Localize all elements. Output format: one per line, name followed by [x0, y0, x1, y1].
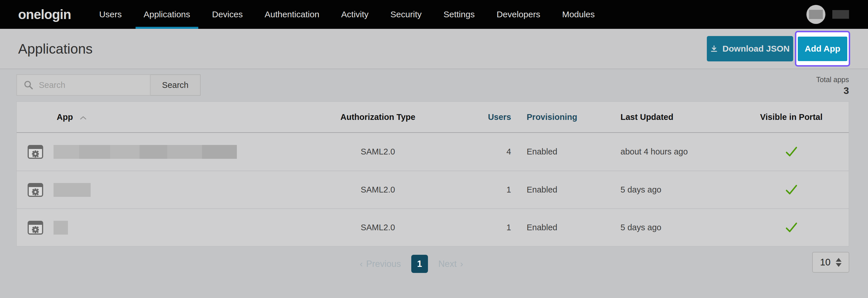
app-cell: [17, 182, 319, 198]
nav-item-settings[interactable]: Settings: [433, 0, 486, 29]
last-updated-cell: 5 days ago: [600, 185, 734, 194]
search-icon: [23, 80, 34, 90]
page-title: Applications: [18, 41, 93, 57]
onelogin-logo: onelogin: [18, 7, 71, 22]
users-count-cell: 4: [437, 147, 511, 157]
next-page-button[interactable]: Next ›: [438, 259, 463, 269]
search-input[interactable]: [39, 80, 143, 90]
generic-app-gear-icon: [27, 182, 44, 198]
user-avatar[interactable]: [806, 5, 826, 24]
total-apps-label: Total apps: [816, 76, 849, 84]
column-header-provisioning[interactable]: Provisioning: [511, 112, 600, 122]
app-name-redacted: [54, 145, 237, 159]
current-page-button[interactable]: 1: [411, 255, 428, 273]
app-cell: [17, 143, 319, 160]
column-header-users[interactable]: Users: [437, 112, 511, 122]
add-app-button[interactable]: Add App: [798, 36, 847, 61]
previous-label: Previous: [366, 259, 401, 269]
last-updated-cell: about 4 hours ago: [600, 147, 734, 157]
table-row[interactable]: SAML2.0 1 Enabled 5 days ago: [17, 208, 849, 246]
visible-check-icon: [785, 222, 798, 234]
provisioning-cell: Enabled: [511, 185, 600, 194]
auth-type-cell: SAML2.0: [319, 185, 437, 194]
column-header-last-updated[interactable]: Last Updated: [600, 112, 734, 122]
nav-item-users[interactable]: Users: [88, 0, 133, 29]
table-row[interactable]: SAML2.0 4 Enabled about 4 hours ago: [17, 133, 849, 171]
users-count-cell: 1: [437, 223, 511, 232]
add-app-highlight-box: Add App: [795, 31, 850, 66]
nav-item-developers[interactable]: Developers: [486, 0, 551, 29]
app-name-redacted: [54, 221, 68, 235]
provisioning-cell: Enabled: [511, 223, 600, 232]
column-header-app[interactable]: App: [17, 112, 319, 122]
provisioning-cell: Enabled: [511, 147, 600, 157]
page-size-selector[interactable]: 10: [812, 252, 849, 273]
column-header-visible-in-portal[interactable]: Visible in Portal: [734, 112, 849, 122]
auth-type-cell: SAML2.0: [319, 223, 437, 232]
table-header-row: App Authorization Type Users Provisionin…: [17, 102, 849, 133]
table-row[interactable]: SAML2.0 1 Enabled 5 days ago: [17, 171, 849, 208]
search-input-box: [17, 74, 151, 96]
nav-item-applications[interactable]: Applications: [133, 0, 201, 29]
total-apps-count: 3: [816, 85, 849, 96]
users-count-cell: 1: [437, 185, 511, 194]
chevron-right-icon: ›: [460, 259, 463, 269]
column-header-authorization-type[interactable]: Authorization Type: [319, 112, 437, 122]
sort-ascending-icon: [80, 112, 87, 122]
spinner-arrows-icon[interactable]: [836, 258, 841, 267]
nav-right-cluster: [806, 0, 849, 29]
auth-type-cell: SAML2.0: [319, 147, 437, 157]
generic-app-gear-icon: [27, 143, 44, 160]
nav-items: Users Applications Devices Authenticatio…: [88, 0, 606, 29]
header-actions: Download JSON Add App: [707, 31, 850, 66]
download-json-label: Download JSON: [722, 44, 789, 54]
avatar-redacted-image: [809, 10, 823, 19]
last-updated-cell: 5 days ago: [600, 223, 734, 232]
search-bar: Search: [17, 74, 200, 96]
visible-in-portal-cell: [734, 184, 849, 196]
visible-in-portal-cell: [734, 146, 849, 158]
visible-check-icon: [785, 146, 798, 158]
visible-in-portal-cell: [734, 222, 849, 234]
app-cell: [17, 219, 319, 236]
app-name-redacted: [54, 183, 91, 197]
total-apps-summary: Total apps 3: [816, 76, 849, 96]
nav-item-modules[interactable]: Modules: [551, 0, 606, 29]
top-navigation-bar: onelogin Users Applications Devices Auth…: [0, 0, 868, 29]
nav-item-activity[interactable]: Activity: [331, 0, 380, 29]
applications-table: App Authorization Type Users Provisionin…: [17, 102, 849, 246]
pagination: ‹ Previous 1 Next ›: [360, 255, 463, 273]
previous-page-button[interactable]: ‹ Previous: [360, 259, 401, 269]
chevron-left-icon: ‹: [360, 259, 363, 269]
generic-app-gear-icon: [27, 219, 44, 236]
nav-item-devices[interactable]: Devices: [201, 0, 254, 29]
download-icon: [710, 45, 718, 52]
account-name-redacted[interactable]: [832, 10, 849, 19]
page-size-value: 10: [820, 257, 831, 268]
search-button[interactable]: Search: [151, 74, 200, 96]
page-header: Applications Download JSON Add App: [0, 29, 868, 69]
nav-item-security[interactable]: Security: [380, 0, 433, 29]
next-label: Next: [438, 259, 457, 269]
download-json-button[interactable]: Download JSON: [707, 36, 793, 61]
visible-check-icon: [785, 184, 798, 196]
nav-item-authentication[interactable]: Authentication: [253, 0, 330, 29]
onelogin-admin-screen: onelogin Users Applications Devices Auth…: [0, 0, 868, 298]
